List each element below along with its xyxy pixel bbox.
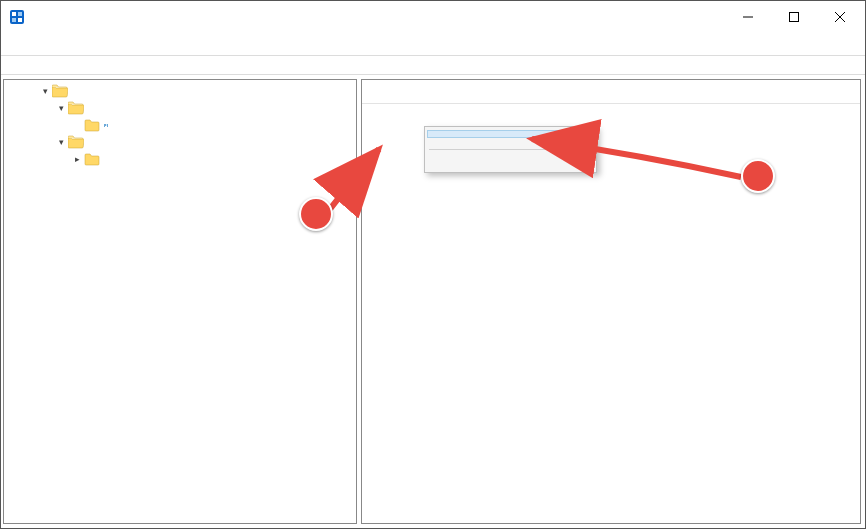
registry-editor-window: ▾ ▾ xyxy=(0,0,866,529)
chevron-right-icon[interactable]: ▸ xyxy=(70,152,84,166)
app-icon xyxy=(9,9,25,25)
folder-open-icon xyxy=(68,101,84,115)
tree-item-fzshellext[interactable]: ▸ xyxy=(68,116,356,133)
menubar xyxy=(1,33,865,55)
tree-pane[interactable]: ▾ ▾ xyxy=(3,79,357,524)
tree-item-filezilla3[interactable]: ▾ xyxy=(52,99,356,116)
menu-edit[interactable] xyxy=(19,42,33,46)
close-button[interactable] xyxy=(817,2,863,32)
list-header xyxy=(362,80,860,104)
tree-item-chrome[interactable]: ▸ xyxy=(68,150,356,167)
folder-open-icon xyxy=(52,84,68,98)
context-menu-rename[interactable] xyxy=(427,161,594,169)
tree-item-software[interactable]: ▾ xyxy=(36,82,356,99)
menu-file[interactable] xyxy=(5,42,19,46)
main-area: ▾ ▾ xyxy=(1,75,865,528)
chevron-down-icon[interactable]: ▾ xyxy=(38,84,52,98)
minimize-button[interactable] xyxy=(725,2,771,32)
column-type[interactable] xyxy=(542,80,668,103)
chevron-down-icon[interactable]: ▾ xyxy=(54,135,68,149)
chevron-down-icon[interactable]: ▾ xyxy=(54,101,68,115)
column-name[interactable] xyxy=(362,80,542,103)
maximize-button[interactable] xyxy=(771,2,817,32)
menu-separator xyxy=(429,149,592,150)
svg-rect-4 xyxy=(18,18,22,22)
svg-rect-3 xyxy=(12,18,16,22)
svg-rect-5 xyxy=(790,13,799,22)
menu-help[interactable] xyxy=(61,42,75,46)
context-menu-modify[interactable] xyxy=(427,130,594,138)
context-menu xyxy=(424,126,597,173)
svg-rect-2 xyxy=(18,12,22,16)
menu-view[interactable] xyxy=(33,42,47,46)
folder-open-icon xyxy=(68,135,84,149)
column-data[interactable] xyxy=(668,80,860,103)
list-pane[interactable] xyxy=(361,79,861,524)
menu-favorites[interactable] xyxy=(47,42,61,46)
address-bar[interactable] xyxy=(1,55,865,75)
tree-label-selected xyxy=(104,124,108,126)
folder-icon xyxy=(84,118,100,132)
titlebar xyxy=(1,1,865,33)
svg-rect-1 xyxy=(12,12,16,16)
folder-icon xyxy=(84,152,100,166)
context-menu-delete[interactable] xyxy=(427,153,594,161)
context-menu-modify-binary[interactable] xyxy=(427,138,594,146)
tree-item-google[interactable]: ▾ xyxy=(52,133,356,150)
